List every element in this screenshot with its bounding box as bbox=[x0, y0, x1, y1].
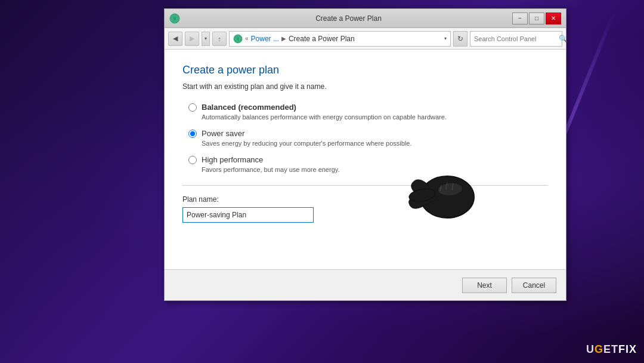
power-saver-radio[interactable] bbox=[188, 130, 197, 138]
create-power-plan-window: Create a Power Plan − □ ✕ ◀ ▶ ▾ ↑ « Powe… bbox=[164, 8, 566, 301]
watermark-text: UGETFIX bbox=[586, 343, 637, 356]
bottom-action-bar: Next Cancel bbox=[165, 269, 566, 300]
search-box: 🔍 bbox=[470, 31, 562, 47]
balanced-description: Automatically balances performance with … bbox=[188, 113, 548, 121]
nav-dropdown[interactable]: ▾ bbox=[202, 32, 210, 46]
watermark-g: G bbox=[595, 343, 603, 355]
page-subtitle: Start with an existing plan and give it … bbox=[182, 82, 548, 91]
high-performance-label[interactable]: High performance bbox=[202, 155, 263, 164]
high-performance-radio[interactable] bbox=[188, 156, 197, 164]
watermark: UGETFIX bbox=[586, 343, 637, 356]
breadcrumb-separator-1: « bbox=[245, 35, 249, 42]
back-button[interactable]: ◀ bbox=[168, 32, 182, 46]
next-button[interactable]: Next bbox=[462, 278, 507, 293]
svg-point-1 bbox=[173, 17, 177, 20]
high-performance-description: Favors performance, but may use more ene… bbox=[188, 166, 548, 173]
power-saver-option: Power saver Saves energy by reducing you… bbox=[188, 129, 548, 147]
watermark-et: ET bbox=[603, 343, 618, 355]
balanced-radio[interactable] bbox=[188, 103, 197, 112]
breadcrumb-dropdown[interactable]: ▾ bbox=[444, 36, 447, 41]
cancel-button[interactable]: Cancel bbox=[512, 278, 556, 293]
window-title: Create a Power Plan bbox=[185, 14, 512, 23]
high-performance-label-row: High performance bbox=[188, 155, 548, 164]
breadcrumb-parent[interactable]: Power ... bbox=[251, 35, 279, 43]
high-performance-option: High performance Favors performance, but… bbox=[188, 155, 548, 173]
watermark-u: U bbox=[586, 343, 595, 355]
address-bar: ◀ ▶ ▾ ↑ « Power ... ▶ Create a Power Pla… bbox=[165, 28, 566, 50]
plan-name-input[interactable] bbox=[182, 207, 314, 223]
page-title: Create a power plan bbox=[182, 64, 548, 76]
title-bar: Create a Power Plan − □ ✕ bbox=[165, 9, 566, 28]
plan-name-section: Plan name: bbox=[182, 195, 548, 223]
search-input[interactable] bbox=[474, 35, 556, 42]
window-controls: − □ ✕ bbox=[512, 13, 561, 24]
balanced-label-row: Balanced (recommended) bbox=[188, 103, 548, 112]
forward-button[interactable]: ▶ bbox=[185, 32, 199, 46]
breadcrumb-icon bbox=[233, 34, 243, 44]
close-button[interactable]: ✕ bbox=[546, 13, 561, 24]
window-icon bbox=[169, 13, 180, 24]
power-saver-label-row: Power saver bbox=[188, 129, 548, 138]
up-button[interactable]: ↑ bbox=[212, 32, 227, 46]
minimize-button[interactable]: − bbox=[512, 13, 528, 24]
power-plan-options: Balanced (recommended) Automatically bal… bbox=[182, 103, 548, 173]
section-divider bbox=[182, 185, 548, 186]
breadcrumb-current: Create a Power Plan bbox=[289, 35, 355, 43]
watermark-fix: FIX bbox=[618, 343, 637, 355]
balanced-label[interactable]: Balanced (recommended) bbox=[202, 103, 296, 112]
maximize-button[interactable]: □ bbox=[529, 13, 544, 24]
plan-name-label: Plan name: bbox=[182, 195, 548, 204]
content-area: Create a power plan Start with an existi… bbox=[165, 50, 566, 269]
power-saver-label[interactable]: Power saver bbox=[202, 129, 244, 138]
power-saver-description: Saves energy by reducing your computer's… bbox=[188, 140, 548, 147]
refresh-button[interactable]: ↻ bbox=[453, 31, 467, 47]
breadcrumb-arrow: ▶ bbox=[281, 35, 286, 42]
search-icon: 🔍 bbox=[559, 35, 568, 43]
balanced-option: Balanced (recommended) Automatically bal… bbox=[188, 103, 548, 121]
svg-point-3 bbox=[237, 37, 240, 40]
breadcrumb-bar: « Power ... ▶ Create a Power Plan ▾ bbox=[229, 31, 451, 47]
